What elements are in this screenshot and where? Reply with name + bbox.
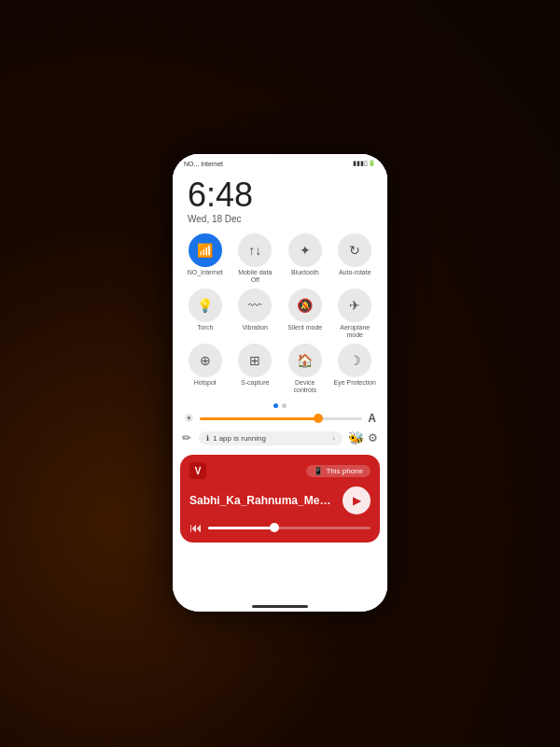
airplane-icon: ✈	[338, 289, 371, 322]
music-notification[interactable]: V 📱 This phone Sabhi_Ka_Rahnuma_Mera_Nab…	[180, 455, 380, 543]
qs-hotspot[interactable]: ⊕ Hotspot	[184, 344, 227, 395]
battery-icon: ▮▮▮▯🔋	[353, 160, 376, 167]
phone-icon: 📱	[314, 467, 323, 475]
qs-hotspot-label: Hotspot	[194, 379, 217, 387]
qs-eye-protection[interactable]: ☽ Eye Protection	[333, 344, 376, 395]
music-progress-track[interactable]	[208, 527, 371, 529]
app-running-text: 1 app is running	[213, 434, 266, 443]
phone-screen: NO... Internet ▮▮▮▯🔋 6:48 Wed, 18 Dec 📶 …	[173, 154, 387, 612]
phone-body: NO... Internet ▮▮▮▯🔋 6:48 Wed, 18 Dec 📶 …	[173, 154, 387, 612]
qs-bluetooth[interactable]: ✦ Bluetooth	[284, 233, 327, 285]
qs-device-controls[interactable]: 🏠 Device controls	[284, 344, 327, 395]
scapture-icon: ⊞	[238, 344, 272, 377]
phone-wrapper: NO... Internet ▮▮▮▯🔋 6:48 Wed, 18 Dec 📶 …	[173, 154, 387, 612]
music-progress-thumb	[270, 523, 279, 532]
music-title: Sabhi_Ka_Rahnuma_Mera_Nabi_Hai...	[189, 494, 335, 507]
qs-eye-protection-label: Eye Protection	[333, 379, 376, 387]
qs-torch-label: Torch	[197, 324, 213, 331]
home-bar-line	[252, 605, 308, 608]
qs-wifi[interactable]: 📶 NO_Internet	[184, 233, 227, 285]
qs-silent[interactable]: 🔕 Silent mode	[284, 289, 327, 340]
hotspot-icon: ⊕	[189, 344, 222, 377]
qs-vibration-label: Vibration	[242, 324, 268, 331]
clock-area: 6:48 Wed, 18 Dec	[173, 171, 387, 230]
page-dots	[173, 403, 387, 408]
status-network: NO... Internet	[184, 161, 223, 167]
this-phone-label: This phone	[326, 467, 363, 475]
play-button[interactable]: ▶	[343, 486, 371, 514]
qs-wifi-label: NO_Internet	[188, 269, 223, 276]
home-bar	[173, 601, 387, 612]
skip-back-button[interactable]: ⏮	[189, 520, 203, 535]
qs-device-controls-label: Device controls	[284, 379, 327, 395]
silent-icon: 🔕	[288, 289, 322, 322]
torch-icon: 💡	[189, 289, 222, 322]
pencil-icon[interactable]: ✏	[182, 431, 191, 444]
qs-silent-label: Silent mode	[287, 324, 322, 331]
info-icon: ℹ	[206, 434, 209, 443]
gear-icon[interactable]: ⚙	[368, 431, 378, 444]
qs-airplane[interactable]: ✈ Aeroplane mode	[333, 289, 376, 340]
qs-scapture-label: S-capture	[241, 379, 269, 387]
qs-vibration[interactable]: 〰 Vibration	[233, 289, 276, 340]
qs-mobile-data-label: Mobile dataOff	[238, 269, 272, 285]
bee-icon[interactable]: 🐝	[348, 430, 364, 445]
mobile-data-icon: ↑↓	[238, 233, 272, 267]
auto-brightness-icon: A	[368, 412, 376, 425]
auto-rotate-icon: ↻	[338, 233, 371, 267]
qs-mobile-data[interactable]: ↑↓ Mobile dataOff	[233, 233, 276, 285]
qs-airplane-label: Aeroplane mode	[333, 324, 376, 340]
brightness-slider[interactable]	[200, 417, 362, 420]
music-controls-row: ⏮	[189, 520, 371, 535]
qs-auto-rotate-label: Auto-rotate	[339, 269, 371, 276]
music-title-row: Sabhi_Ka_Rahnuma_Mera_Nabi_Hai... ▶	[189, 486, 371, 514]
this-phone-badge: 📱 This phone	[306, 465, 371, 477]
qs-torch[interactable]: 💡 Torch	[184, 289, 227, 340]
device-controls-icon: 🏠	[288, 344, 322, 377]
vibration-icon: 〰	[238, 289, 272, 322]
qs-row-3: ⊕ Hotspot ⊞ S-capture 🏠 Device controls …	[180, 344, 380, 395]
brightness-thumb	[314, 414, 323, 423]
clock-date: Wed, 18 Dec	[188, 214, 372, 224]
quick-settings-panel: 📶 NO_Internet ↑↓ Mobile dataOff ✦ Blueto…	[173, 230, 387, 402]
qs-auto-rotate[interactable]: ↻ Auto-rotate	[333, 233, 376, 285]
app-running-bar: ✏ ℹ 1 app is running › 🐝 ⚙	[173, 427, 387, 449]
dot-1	[273, 403, 278, 408]
app-running-pill[interactable]: ℹ 1 app is running ›	[199, 431, 343, 445]
wifi-icon: 📶	[189, 233, 222, 267]
qs-bluetooth-label: Bluetooth	[291, 269, 319, 276]
brightness-low-icon: ☀	[184, 412, 194, 425]
app-running-chevron: ›	[332, 434, 335, 443]
status-icons: ▮▮▮▯🔋	[353, 160, 376, 167]
eye-protection-icon: ☽	[338, 344, 371, 377]
dot-2	[282, 403, 287, 408]
music-progress-fill	[208, 527, 273, 529]
qs-row-2: 💡 Torch 〰 Vibration 🔕 Silent mode ✈ Aero…	[180, 289, 380, 340]
bluetooth-icon: ✦	[288, 233, 322, 267]
music-app-icon: V	[189, 462, 206, 479]
clock-time: 6:48	[188, 178, 372, 212]
qs-scapture[interactable]: ⊞ S-capture	[233, 344, 276, 395]
brightness-row: ☀ A	[173, 410, 387, 427]
qs-row-1: 📶 NO_Internet ↑↓ Mobile dataOff ✦ Blueto…	[180, 233, 380, 285]
music-header: V 📱 This phone	[189, 462, 371, 479]
